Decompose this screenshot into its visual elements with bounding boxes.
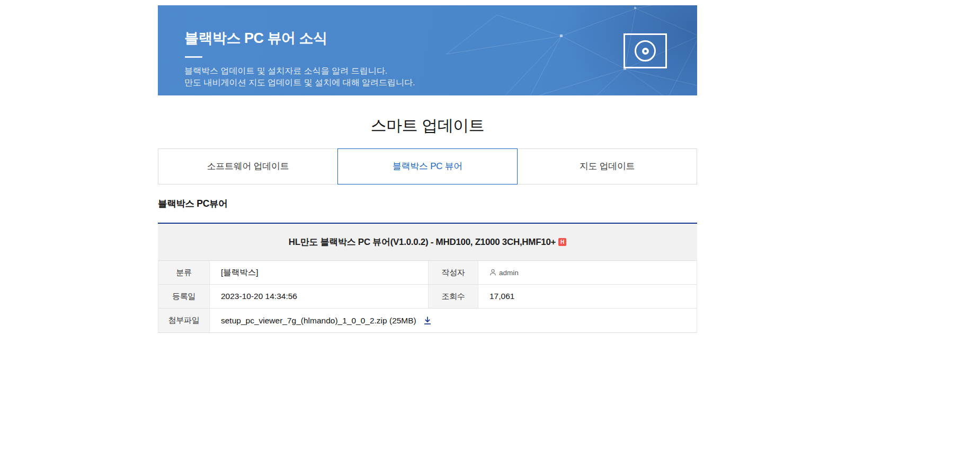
post-detail-table: HL만도 블랙박스 PC 뷰어(V1.0.0.2) - MHD100, Z100… (158, 223, 697, 333)
attachment-filename[interactable]: setup_pc_viewer_7g_(hlmando)_1_0_0_2.zip… (221, 316, 416, 326)
banner-subtitle-line1: 블랙박스 업데이트 및 설치자료 소식을 알려 드립니다. (184, 65, 415, 77)
category-value: [블랙박스] (210, 261, 428, 285)
attachment-download-link[interactable]: setup_pc_viewer_7g_(hlmando)_1_0_0_2.zip… (221, 316, 432, 326)
author-value-cell: admin (478, 261, 697, 285)
banner-subtitle-line2: 만도 내비게이션 지도 업데이트 및 설치에 대해 알려드립니다. (184, 77, 415, 89)
disc-icon-ring (635, 40, 656, 61)
post-fields-grid: 분류 [블랙박스] 작성자 admin 등록일 2023-10-20 14:34… (158, 261, 697, 332)
category-label: 분류 (158, 261, 210, 285)
section-heading: 블랙박스 PC뷰어 (158, 197, 227, 210)
banner-subtitle: 블랙박스 업데이트 및 설치자료 소식을 알려 드립니다. 만도 내비게이션 지… (184, 65, 415, 88)
tab-software-update[interactable]: 소프트웨어 업데이트 (158, 148, 338, 184)
hot-badge: H (558, 238, 566, 246)
post-header: HL만도 블랙박스 PC 뷰어(V1.0.0.2) - MHD100, Z100… (158, 224, 697, 261)
disc-icon-center-dot (642, 48, 649, 55)
author-label: 작성자 (428, 261, 478, 285)
date-value: 2023-10-20 14:34:56 (210, 285, 428, 309)
page: 블랙박스 PC 뷰어 소식 블랙박스 업데이트 및 설치자료 소식을 알려 드립… (0, 0, 980, 466)
page-title: 스마트 업데이트 (158, 115, 697, 137)
post-title: HL만도 블랙박스 PC 뷰어(V1.0.0.2) - MHD100, Z100… (289, 236, 556, 248)
banner-underline-dash (185, 56, 202, 58)
disc-icon (623, 33, 667, 68)
attachment-label: 첨부파일 (158, 309, 210, 332)
hero-banner: 블랙박스 PC 뷰어 소식 블랙박스 업데이트 및 설치자료 소식을 알려 드립… (158, 5, 697, 95)
author-value: admin (489, 269, 519, 277)
views-value: 17,061 (478, 285, 697, 309)
tab-map-update[interactable]: 지도 업데이트 (517, 148, 697, 184)
views-label: 조회수 (428, 285, 478, 309)
tab-blackbox-pc-viewer[interactable]: 블랙박스 PC 뷰어 (337, 148, 518, 184)
banner-title: 블랙박스 PC 뷰어 소식 (184, 29, 327, 48)
date-label: 등록일 (158, 285, 210, 309)
update-tabs: 소프트웨어 업데이트 블랙박스 PC 뷰어 지도 업데이트 (158, 148, 697, 184)
download-icon[interactable] (423, 316, 432, 325)
person-icon (489, 269, 496, 276)
attachment-value-cell: setup_pc_viewer_7g_(hlmando)_1_0_0_2.zip… (210, 309, 697, 332)
